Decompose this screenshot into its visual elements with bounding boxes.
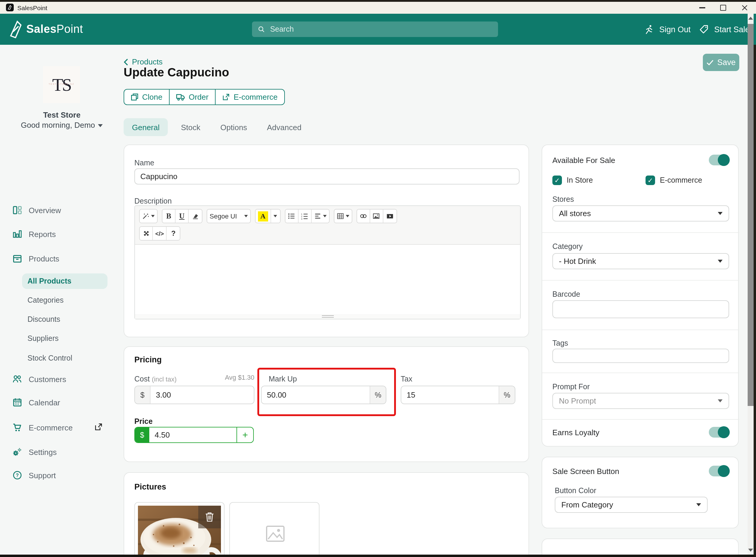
button-color-dropdown[interactable]: From Category	[555, 497, 708, 513]
stores-dropdown[interactable]: All stores	[552, 205, 729, 222]
prompt-for-dropdown[interactable]: No Prompt	[552, 393, 729, 409]
scroll-up-icon[interactable]	[748, 17, 753, 20]
sidebar-item-all-products[interactable]: All Products	[0, 273, 124, 289]
scrollbar-thumb[interactable]	[748, 24, 754, 406]
tags-input[interactable]	[552, 349, 729, 363]
fullscreen-button[interactable]	[140, 227, 153, 240]
pictures-heading: Pictures	[134, 482, 166, 491]
sidebar-item-reports[interactable]: Reports	[0, 226, 124, 242]
editor-toolbar-row1: B U Segoe UI	[135, 206, 520, 223]
picture-drop-zone[interactable]: Drop a picture here or click	[229, 502, 319, 555]
sale-screen-button-toggle[interactable]	[709, 466, 729, 476]
font-color-dropdown[interactable]	[271, 209, 280, 223]
tab-advanced[interactable]: Advanced	[259, 118, 310, 136]
overview-icon	[12, 205, 22, 215]
in-store-checkbox[interactable]: ✓ In Store	[552, 176, 593, 185]
tab-general[interactable]: General	[124, 118, 168, 136]
link-icon	[359, 212, 367, 220]
order-button[interactable]: Order	[170, 90, 215, 105]
description-textarea[interactable]	[135, 244, 520, 314]
cost-input-group: $	[134, 386, 254, 404]
sidebar-item-overview[interactable]: Overview	[0, 202, 124, 218]
insert-image-button[interactable]	[370, 209, 383, 223]
tax-input-group: %	[401, 386, 515, 404]
font-family-dropdown[interactable]: Segoe UI	[207, 209, 250, 223]
markup-input-group: %	[261, 386, 386, 404]
scroll-down-icon[interactable]	[748, 549, 753, 552]
description-editor[interactable]: B U Segoe UI	[134, 205, 521, 319]
maximize-button[interactable]	[713, 2, 733, 14]
unordered-list-button[interactable]	[285, 209, 298, 223]
sidebar-item-stock-control[interactable]: Stock Control	[0, 350, 124, 366]
ecommerce-cart-icon	[12, 423, 22, 432]
delete-picture-button[interactable]	[198, 506, 221, 528]
clone-button[interactable]: Clone	[124, 90, 170, 105]
trash-icon	[205, 511, 214, 522]
magic-wand-icon	[142, 212, 149, 220]
insert-video-button[interactable]	[383, 209, 396, 223]
sign-out-button[interactable]: Sign Out	[644, 21, 691, 38]
percent-addon: %	[370, 386, 386, 404]
sale-screen-button-card: Sale Screen Button Button Color From Cat…	[542, 457, 739, 528]
bold-button[interactable]: B	[163, 209, 176, 223]
close-button[interactable]	[734, 2, 755, 14]
name-input[interactable]	[134, 168, 520, 184]
sidebar-item-discounts[interactable]: Discounts	[0, 312, 124, 327]
price-input[interactable]	[149, 428, 236, 442]
ecommerce-checkbox[interactable]: ✓ E-commerce	[645, 176, 702, 185]
editor-resize-handle[interactable]	[135, 314, 520, 319]
earns-loyalty-toggle[interactable]	[709, 427, 729, 438]
tab-stock[interactable]: Stock	[173, 118, 209, 136]
description-label: Description	[134, 197, 172, 205]
svg-text:?: ?	[16, 473, 19, 478]
pricing-heading: Pricing	[134, 355, 162, 364]
table-button[interactable]	[334, 209, 351, 223]
chevron-down-icon	[151, 215, 155, 217]
product-picture[interactable]	[134, 502, 225, 555]
barcode-input[interactable]	[552, 300, 729, 318]
paragraph-align-button[interactable]	[312, 209, 329, 223]
start-sale-button[interactable]: Start Sale	[699, 21, 750, 38]
sidebar-item-calendar[interactable]: Calendar	[0, 394, 124, 410]
divider	[542, 280, 739, 281]
sidebar-item-categories[interactable]: Categories	[0, 293, 124, 308]
magic-wand-style-button[interactable]	[140, 209, 157, 223]
search-icon	[258, 26, 265, 33]
ecommerce-button[interactable]: E-commerce	[215, 90, 284, 105]
vertical-scrollbar[interactable]	[748, 14, 754, 555]
tags-label: Tags	[552, 339, 568, 348]
sidebar-item-ecommerce[interactable]: E-commerce	[0, 420, 124, 435]
chevron-down-icon	[323, 215, 326, 217]
minimize-button[interactable]	[692, 2, 713, 14]
add-price-button[interactable]: +	[236, 428, 253, 442]
tab-options[interactable]: Options	[212, 118, 256, 136]
sidebar-item-support[interactable]: ? Support	[0, 467, 124, 483]
category-dropdown[interactable]: - Hot Drink	[552, 253, 729, 269]
underline-button[interactable]: U	[176, 209, 189, 223]
sidebar-item-settings[interactable]: Settings	[0, 444, 124, 460]
save-button[interactable]: Save	[703, 54, 739, 71]
editor-help-button[interactable]: ?	[167, 227, 180, 240]
check-icon	[706, 59, 714, 65]
ordered-list-button[interactable]: 1 2 3	[298, 209, 312, 223]
clear-format-button[interactable]	[189, 209, 202, 223]
chevron-down-icon	[273, 215, 277, 217]
code-view-button[interactable]: </>	[153, 227, 167, 240]
sidebar-item-products[interactable]: Products	[0, 251, 124, 266]
available-for-sale-toggle[interactable]	[709, 155, 729, 165]
store-monogram-caption: TEST STORE NZ	[43, 83, 80, 85]
insert-link-button[interactable]	[357, 209, 370, 223]
salespoint-logo-icon	[8, 20, 24, 38]
sidebar-item-suppliers[interactable]: Suppliers	[0, 331, 124, 346]
markup-input[interactable]	[262, 386, 370, 404]
greeting-menu[interactable]: Good morning, Demo	[0, 121, 124, 129]
sidebar-item-customers[interactable]: Customers	[0, 371, 124, 387]
maximize-icon	[720, 5, 726, 11]
global-search[interactable]	[252, 22, 498, 37]
font-color-button[interactable]: A	[256, 209, 271, 223]
tax-input[interactable]	[401, 386, 499, 404]
currency-addon: $	[135, 386, 150, 404]
search-input[interactable]	[269, 25, 492, 34]
cost-input[interactable]	[150, 386, 254, 404]
breadcrumb[interactable]: Products	[124, 57, 163, 66]
